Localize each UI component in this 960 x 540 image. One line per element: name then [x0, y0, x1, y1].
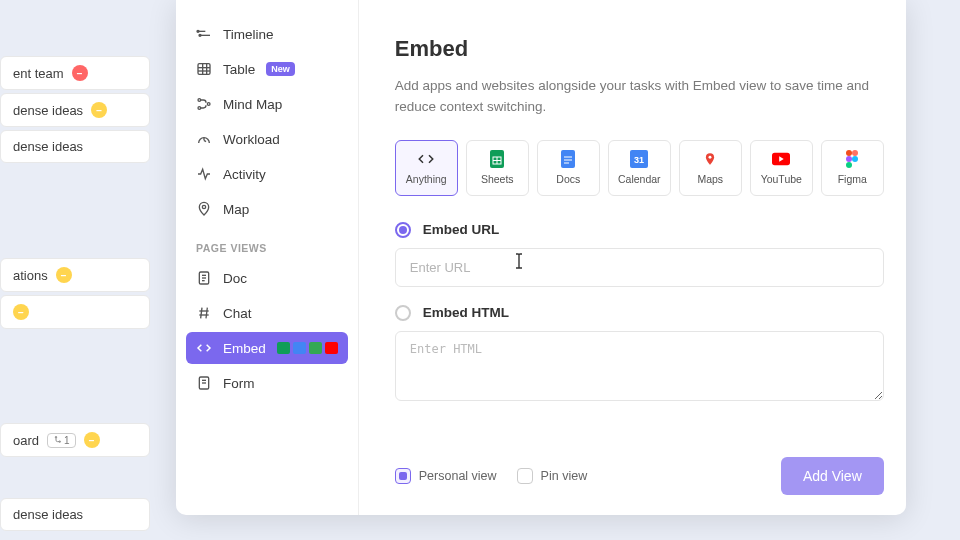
modal-footer: Personal view Pin view Add View — [395, 457, 884, 495]
maps-icon — [701, 150, 719, 168]
workload-icon — [196, 131, 212, 147]
activity-icon — [196, 166, 212, 182]
bg-task-row[interactable]: dense ideas− — [0, 93, 150, 127]
sidebar-item-workload[interactable]: Workload — [186, 123, 348, 155]
sheets-icon — [488, 150, 506, 168]
svg-rect-6 — [198, 64, 210, 75]
sidebar-item-timeline[interactable]: Timeline — [186, 18, 348, 50]
embed-icon — [196, 340, 212, 356]
embed-config-panel: Embed Add apps and websites alongside yo… — [359, 0, 920, 515]
svg-point-41 — [846, 150, 852, 156]
mindmap-icon — [196, 96, 212, 112]
embed-type-figma[interactable]: Figma — [821, 140, 884, 196]
svg-point-11 — [198, 99, 201, 102]
sidebar-item-doc[interactable]: Doc — [186, 262, 348, 294]
sidebar-item-activity[interactable]: Activity — [186, 158, 348, 190]
svg-line-24 — [206, 308, 207, 319]
minus-badge-icon: − — [13, 304, 29, 320]
calendar-icon: 31 — [630, 150, 648, 168]
sidebar-item-map[interactable]: Map — [186, 193, 348, 225]
embed-html-radio[interactable] — [395, 305, 411, 321]
pin-view-checkbox[interactable] — [517, 468, 533, 484]
sidebar-item-form[interactable]: Form — [186, 367, 348, 399]
type-label: Calendar — [618, 173, 661, 185]
sidebar-item-table[interactable]: Table New — [186, 53, 348, 85]
panel-title: Embed — [395, 36, 884, 62]
sidebar-item-label: Form — [223, 376, 255, 391]
embed-url-input[interactable] — [395, 248, 884, 287]
embed-url-group: Embed URL — [395, 222, 884, 287]
sidebar-item-label: Chat — [223, 306, 252, 321]
embed-type-docs[interactable]: Docs — [537, 140, 600, 196]
embed-html-textarea[interactable] — [395, 331, 884, 401]
svg-point-12 — [198, 107, 201, 110]
code-icon — [417, 150, 435, 168]
type-label: Maps — [697, 173, 723, 185]
personal-view-checkbox[interactable] — [395, 468, 411, 484]
sidebar-item-label: Workload — [223, 132, 280, 147]
sidebar-item-chat[interactable]: Chat — [186, 297, 348, 329]
sidebar-item-mindmap[interactable]: Mind Map — [186, 88, 348, 120]
minus-badge-icon: − — [84, 432, 100, 448]
embed-url-radio[interactable] — [395, 222, 411, 238]
figma-icon — [843, 150, 861, 168]
embed-type-calendar[interactable]: 31 Calendar — [608, 140, 671, 196]
bg-task-text: dense ideas — [13, 139, 83, 154]
youtube-icon — [772, 150, 790, 168]
sidebar-item-embed[interactable]: Embed — [186, 332, 348, 364]
embed-html-label: Embed HTML — [423, 305, 509, 320]
sidebar-item-label: Embed — [223, 341, 266, 356]
bg-task-row[interactable]: oard1− — [0, 423, 150, 457]
bg-task-row[interactable]: − — [0, 295, 150, 329]
embed-type-anything[interactable]: Anything — [395, 140, 458, 196]
bg-task-text: ations — [13, 268, 48, 283]
embed-type-grid: Anything Sheets Docs 31 Calendar Maps Yo… — [395, 140, 884, 196]
svg-point-45 — [846, 162, 852, 168]
view-type-sidebar: Timeline Table New Mind Map Workload Act… — [176, 0, 359, 515]
svg-line-23 — [201, 308, 202, 319]
docs-icon — [559, 150, 577, 168]
bg-task-text: dense ideas — [13, 103, 83, 118]
personal-view-label: Personal view — [419, 469, 497, 483]
bg-task-row[interactable]: ent team− — [0, 56, 150, 90]
sidebar-item-label: Table — [223, 62, 255, 77]
bg-task-row[interactable]: dense ideas — [0, 130, 150, 163]
bg-task-row[interactable]: dense ideas — [0, 498, 150, 531]
svg-point-43 — [846, 156, 852, 162]
embed-type-sheets[interactable]: Sheets — [466, 140, 529, 196]
embed-html-group: Embed HTML — [395, 305, 884, 405]
minus-badge-icon: − — [91, 102, 107, 118]
hash-icon — [196, 305, 212, 321]
embed-mini-icons — [277, 342, 338, 354]
embed-type-youtube[interactable]: YouTube — [750, 140, 813, 196]
timeline-icon — [196, 26, 212, 42]
map-pin-icon — [196, 201, 212, 217]
svg-point-16 — [202, 205, 205, 208]
embed-url-label: Embed URL — [423, 222, 500, 237]
bg-task-text: dense ideas — [13, 507, 83, 522]
type-label: Figma — [838, 173, 867, 185]
svg-rect-32 — [561, 150, 575, 168]
sidebar-item-label: Mind Map — [223, 97, 282, 112]
svg-point-42 — [852, 150, 858, 156]
svg-point-13 — [207, 103, 210, 106]
subtask-count-badge: 1 — [47, 433, 76, 448]
type-label: Docs — [556, 173, 580, 185]
form-icon — [196, 375, 212, 391]
type-label: Anything — [406, 173, 447, 185]
new-badge: New — [266, 62, 295, 76]
minus-badge-icon: − — [56, 267, 72, 283]
sidebar-item-label: Timeline — [223, 27, 274, 42]
svg-point-5 — [199, 34, 201, 36]
type-label: Sheets — [481, 173, 514, 185]
embed-type-maps[interactable]: Maps — [679, 140, 742, 196]
add-view-button[interactable]: Add View — [781, 457, 884, 495]
sidebar-item-label: Doc — [223, 271, 247, 286]
type-label: YouTube — [761, 173, 802, 185]
page-views-header: PAGE VIEWS — [186, 228, 348, 262]
add-view-modal: Timeline Table New Mind Map Workload Act… — [176, 0, 906, 515]
svg-point-44 — [852, 156, 858, 162]
bg-task-text: ent team — [13, 66, 64, 81]
pin-view-label: Pin view — [541, 469, 588, 483]
bg-task-row[interactable]: ations− — [0, 258, 150, 292]
